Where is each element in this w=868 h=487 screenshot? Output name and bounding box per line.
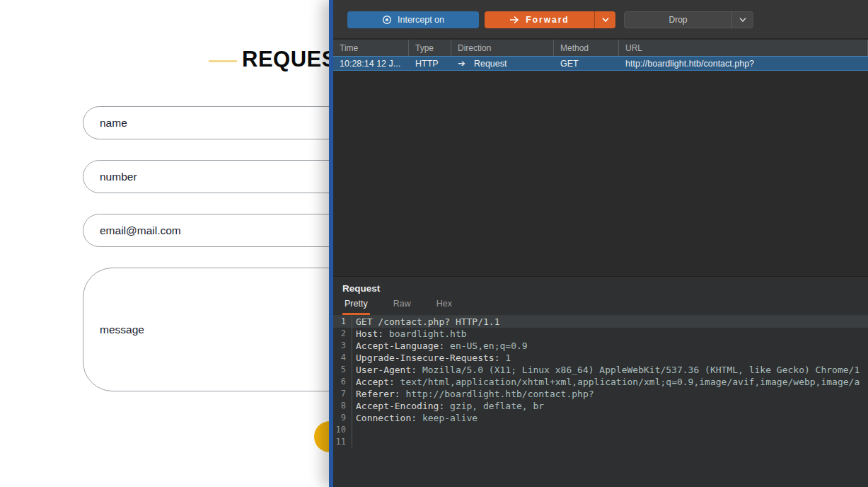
column-header-direction[interactable]: Direction — [451, 40, 554, 56]
line-number: 3 — [333, 340, 352, 352]
request-panel: Request PrettyRawHex 1GET /contact.php? … — [333, 276, 868, 487]
column-header-time[interactable]: Time — [333, 40, 409, 56]
line-number: 6 — [333, 376, 352, 388]
line-number: 1 — [333, 316, 352, 328]
request-panel-title: Request — [333, 277, 868, 297]
request-line-3: 3Accept-Language: en-US,en;q=0.9 — [333, 340, 868, 352]
line-number: 9 — [333, 412, 352, 424]
intercept-eye-icon — [382, 15, 392, 25]
drop-split-button: Drop — [624, 11, 753, 28]
intercept-history-table: TimeTypeDirectionMethodURL 10:28:14 12 J… — [333, 39, 868, 276]
forward-button[interactable]: Forward — [485, 11, 594, 28]
burp-intercept-window: Intercept on Forward Drop — [329, 0, 868, 487]
direction-label: Request — [474, 59, 507, 69]
line-text: GET /contact.php? HTTP/1.1 — [352, 316, 500, 328]
drop-label: Drop — [669, 15, 687, 25]
heading-dash — [209, 60, 237, 62]
cell-direction: ➔ Request — [451, 57, 554, 70]
name-placeholder: name — [100, 117, 127, 130]
request-line-4: 4Upgrade-Insecure-Requests: 1 — [333, 352, 868, 364]
forward-arrow-icon — [509, 16, 519, 24]
table-empty-area — [333, 71, 868, 276]
request-line-5: 5User-Agent: Mozilla/5.0 (X11; Linux x86… — [333, 364, 868, 376]
line-text — [352, 436, 356, 448]
request-editor[interactable]: 1GET /contact.php? HTTP/1.12Host: boardl… — [333, 315, 868, 487]
table-header-row: TimeTypeDirectionMethodURL — [333, 39, 868, 56]
request-line-9: 9Connection: keep-alive — [333, 412, 868, 424]
line-text: Accept-Language: en-US,en;q=0.9 — [352, 340, 528, 352]
line-number: 4 — [333, 352, 352, 364]
forward-label: Forward — [526, 15, 569, 25]
tab-hex[interactable]: Hex — [434, 299, 454, 315]
chevron-down-icon — [601, 17, 610, 23]
screen: REQUEST name number email@mail.com messa… — [0, 0, 868, 487]
request-line-6: 6Accept: text/html,application/xhtml+xml… — [333, 376, 868, 388]
request-line-11: 11 — [333, 436, 868, 448]
number-placeholder: number — [100, 171, 137, 183]
tab-pretty[interactable]: Pretty — [342, 299, 370, 315]
line-text: Host: boardlight.htb — [352, 328, 467, 340]
request-line-7: 7Referer: http://boardlight.htb/contact.… — [333, 388, 868, 400]
line-text: Connection: keep-alive — [352, 412, 478, 424]
line-text: User-Agent: Mozilla/5.0 (X11; Linux x86_… — [352, 364, 860, 376]
chevron-down-icon — [739, 17, 747, 23]
line-text: Accept: text/html,application/xhtml+xml,… — [352, 376, 860, 388]
intercept-on-button[interactable]: Intercept on — [347, 11, 479, 28]
tab-raw[interactable]: Raw — [391, 299, 413, 315]
intercept-on-label: Intercept on — [398, 15, 444, 25]
line-number: 7 — [333, 388, 352, 400]
cell-type: HTTP — [409, 57, 451, 70]
cell-method: GET — [554, 57, 619, 70]
cell-time: 10:28:14 12 J... — [333, 57, 409, 70]
request-direction-arrow-icon: ➔ — [458, 58, 465, 69]
request-view-tabs: PrettyRawHex — [333, 297, 868, 315]
line-text: Referer: http://boardlight.htb/contact.p… — [352, 388, 594, 400]
intercepted-request-row[interactable]: 10:28:14 12 J... HTTP ➔ Request GET http… — [333, 56, 868, 71]
line-number: 5 — [333, 364, 352, 376]
line-number: 11 — [333, 436, 352, 448]
cell-url: http://boardlight.htb/contact.php? — [619, 57, 868, 70]
line-text: Accept-Encoding: gzip, deflate, br — [352, 400, 544, 412]
request-line-8: 8Accept-Encoding: gzip, deflate, br — [333, 400, 868, 412]
drop-button[interactable]: Drop — [625, 12, 731, 28]
line-text — [352, 424, 356, 436]
email-placeholder: email@mail.com — [100, 224, 181, 237]
request-line-1: 1GET /contact.php? HTTP/1.1 — [333, 316, 868, 328]
column-header-method[interactable]: Method — [554, 40, 619, 56]
line-number: 10 — [333, 424, 352, 436]
request-line-2: 2Host: boardlight.htb — [333, 328, 868, 340]
line-text: Upgrade-Insecure-Requests: 1 — [352, 352, 511, 364]
drop-dropdown-button[interactable] — [731, 12, 753, 28]
line-number: 2 — [333, 328, 352, 340]
column-header-url[interactable]: URL — [619, 40, 868, 56]
forward-dropdown-button[interactable] — [594, 11, 615, 28]
message-placeholder: message — [100, 323, 144, 336]
intercept-toolbar: Intercept on Forward Drop — [333, 0, 868, 39]
forward-split-button: Forward — [485, 11, 615, 28]
request-line-10: 10 — [333, 424, 868, 436]
column-header-type[interactable]: Type — [409, 40, 451, 56]
line-number: 8 — [333, 400, 352, 412]
